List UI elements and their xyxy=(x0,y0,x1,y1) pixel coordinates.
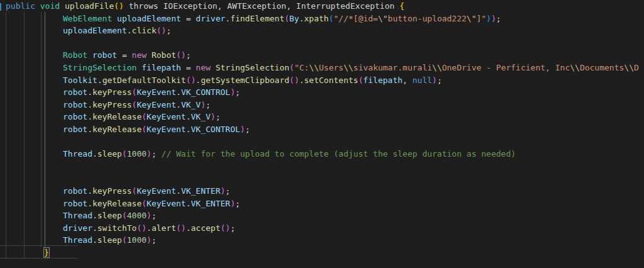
code-token: Robot xyxy=(63,50,92,60)
code-token: . xyxy=(87,125,92,134)
code-line[interactable] xyxy=(0,136,644,148)
code-token: ; xyxy=(152,235,157,245)
code-token: robot xyxy=(63,199,87,208)
code-token: ; xyxy=(152,211,157,220)
code-line[interactable]: robot.keyPress(KeyEvent.VK_V); xyxy=(0,99,644,111)
code-token: uploadElement xyxy=(63,26,127,35)
code-line[interactable]: Thread.sleep(1000); xyxy=(0,234,644,247)
code-token: switchTo xyxy=(97,223,137,233)
code-token: By xyxy=(289,14,299,23)
code-token: ; xyxy=(496,14,501,23)
code-token: . xyxy=(92,223,97,233)
code-token: sivakumar.murali xyxy=(353,63,432,72)
code-token: VK_CONTROL xyxy=(181,87,230,97)
code-token: KeyEvent xyxy=(136,100,176,109)
code-token: . xyxy=(225,14,230,23)
code-token: robot xyxy=(63,186,87,196)
code-token: VK_CONTROL xyxy=(191,125,240,134)
code-token: \\ xyxy=(343,63,353,72)
code-token: "C: xyxy=(294,63,309,72)
code-token: ) xyxy=(147,235,152,245)
code-token: ; xyxy=(437,75,442,85)
code-editor[interactable]: public void uploadFile() throws IOExcept… xyxy=(0,0,644,268)
code-token: sleep xyxy=(97,211,122,220)
code-line[interactable]: } xyxy=(0,247,644,259)
code-token: . xyxy=(92,211,97,220)
code-token: Users xyxy=(319,63,343,72)
code-token: OneDrive - Perficient, Inc xyxy=(442,63,570,72)
code-token: ; xyxy=(166,26,171,35)
code-line[interactable] xyxy=(0,160,644,173)
code-token: . xyxy=(186,112,191,121)
code-token: 1000 xyxy=(127,149,147,159)
code-token: . xyxy=(87,186,92,196)
code-token: Toolkit xyxy=(63,75,97,85)
code-line[interactable]: Robot robot = new Robot(); xyxy=(0,49,644,62)
code-line[interactable]: Toolkit.getDefaultToolkit().getSystemCli… xyxy=(0,74,644,87)
code-token: accept xyxy=(191,223,221,233)
code-line[interactable]: uploadElement.click(); xyxy=(0,25,644,37)
code-token: keyRelease xyxy=(92,199,142,208)
code-line[interactable]: public void uploadFile() throws IOExcept… xyxy=(0,0,644,13)
code-line[interactable]: Thread.sleep(1000); // Wait for the uplo… xyxy=(0,148,644,160)
code-token: void xyxy=(40,1,65,11)
code-token: ; xyxy=(235,87,240,97)
code-token: sleep xyxy=(97,149,122,159)
code-token: ) xyxy=(147,211,152,220)
code-line[interactable]: robot.keyRelease(KeyEvent.VK_CONTROL); xyxy=(0,123,644,136)
code-token: null xyxy=(413,75,432,85)
code-token: \" xyxy=(378,14,388,23)
code-token: . xyxy=(299,75,304,85)
code-token: . xyxy=(87,112,92,121)
code-token: 1000 xyxy=(127,235,147,245)
code-token: ; xyxy=(225,186,230,196)
code-line[interactable]: Thread.sleep(4000); xyxy=(0,209,644,222)
code-line[interactable]: robot.keyRelease(KeyEvent.VK_V); xyxy=(0,111,644,123)
code-token: robot xyxy=(63,125,87,134)
code-token: driver xyxy=(196,14,225,23)
code-token: . xyxy=(87,199,92,208)
code-token: // Wait for the upload to complete (adju… xyxy=(162,149,516,159)
bracket-match: } xyxy=(44,248,49,257)
code-line[interactable]: driver.switchTo().alert().accept(); xyxy=(0,222,644,235)
code-token: 4000 xyxy=(127,211,147,220)
code-token: ) xyxy=(230,199,235,208)
code-token: . xyxy=(299,14,304,23)
code-token: KeyEvent xyxy=(147,199,186,208)
code-line[interactable]: robot.keyPress(KeyEvent.VK_ENTER); xyxy=(0,185,644,198)
code-token: ) xyxy=(491,14,496,23)
code-line[interactable]: robot.keyPress(KeyEvent.VK_CONTROL); xyxy=(0,86,644,99)
code-token: VK_V xyxy=(191,112,211,121)
code-line[interactable] xyxy=(0,172,644,185)
code-token: ( xyxy=(142,199,147,208)
code-token: , xyxy=(402,75,413,85)
code-token: = xyxy=(186,14,196,23)
code-token: Robot xyxy=(152,50,176,60)
code-token: KeyEvent xyxy=(147,112,186,121)
code-token: VK_ENTER xyxy=(181,186,221,196)
code-token: public xyxy=(6,1,40,11)
code-token: keyPress xyxy=(92,87,132,97)
code-token: findElement xyxy=(230,14,284,23)
code-token: ) xyxy=(486,14,491,23)
code-token: . xyxy=(87,100,92,109)
code-token: ; xyxy=(235,199,240,208)
code-token: ; xyxy=(186,50,191,60)
code-line[interactable]: StringSelection filepath = new StringSel… xyxy=(0,62,644,74)
code-line[interactable] xyxy=(0,37,644,50)
code-token: click xyxy=(132,26,157,35)
code-token: ; xyxy=(216,112,221,121)
code-token: ) xyxy=(147,149,152,159)
code-line[interactable]: WebElement uploadElement = driver.findEl… xyxy=(0,13,644,25)
code-token: new xyxy=(196,63,215,72)
code-token: \" xyxy=(467,14,477,23)
code-token: keyRelease xyxy=(92,125,142,134)
code-token: ( xyxy=(142,112,147,121)
code-token: ; xyxy=(152,149,162,159)
code-token: ( xyxy=(122,149,127,159)
code-line[interactable]: robot.keyRelease(KeyEvent.VK_ENTER); xyxy=(0,198,644,210)
code-token: xpath xyxy=(304,14,329,23)
code-token: = xyxy=(122,50,132,60)
code-token: ) xyxy=(211,112,216,121)
code-token: robot xyxy=(63,87,87,97)
